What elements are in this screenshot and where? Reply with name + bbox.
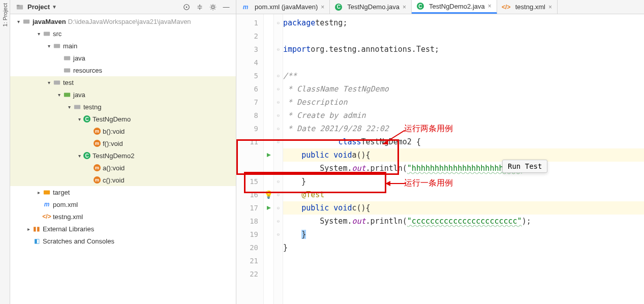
fold-cell: ⊖ — [277, 175, 280, 188]
code-line[interactable]: class TestNgDemo2 { — [283, 135, 644, 148]
tree-item-label: a():void — [103, 164, 125, 172]
run-gutter[interactable]: 💡 — [264, 14, 274, 304]
project-selector-label: Project — [27, 3, 50, 11]
run-icon-cell[interactable] — [264, 201, 273, 215]
close-icon[interactable]: × — [321, 4, 324, 11]
code-line[interactable]: * Date 2021/9/28 22:02 — [283, 122, 644, 135]
fold-cell: ⊖ — [277, 69, 280, 82]
tree-item-label: java — [73, 91, 85, 99]
code-line[interactable]: } — [283, 175, 644, 188]
code-line[interactable]: public void a(){ — [283, 148, 644, 162]
tree-item[interactable]: ◧Scratches and Consoles — [10, 235, 236, 247]
scratch-icon: ◧ — [33, 237, 41, 245]
code-line[interactable]: public void c(){ — [283, 201, 644, 215]
chevron-down-icon[interactable]: ▾ — [46, 43, 52, 49]
tree-item[interactable]: </>testng.xml — [10, 210, 236, 223]
tree-item[interactable]: mpom.xml — [10, 198, 236, 210]
chevron-down-icon[interactable]: ▾ — [36, 31, 42, 37]
hide-icon[interactable]: — — [222, 3, 231, 12]
svg-rect-8 — [64, 56, 70, 60]
tree-item[interactable]: resources — [10, 64, 236, 76]
project-selector[interactable]: Project ▼ — [13, 2, 60, 12]
code-line[interactable]: import org.testng.annotations.Test; — [283, 43, 644, 56]
tree-item[interactable]: ▸target — [10, 186, 236, 198]
tree-item[interactable]: mb():void — [10, 125, 236, 137]
close-icon[interactable]: × — [548, 4, 552, 11]
run-icon-cell — [264, 56, 273, 69]
line-number: 2 — [254, 29, 263, 43]
code-line[interactable]: } — [283, 228, 644, 241]
code-line[interactable]: } — [283, 241, 644, 254]
maven-icon: m — [241, 3, 250, 11]
code-line[interactable] — [283, 56, 644, 69]
close-icon[interactable]: × — [403, 4, 406, 11]
tree-item[interactable]: java — [10, 52, 236, 64]
editor-area: mpom.xml (javaMaven)×CTestNgDemo.java×CT… — [236, 0, 644, 304]
chevron-down-icon[interactable]: ▾ — [76, 116, 82, 122]
code-line[interactable]: /** — [283, 69, 644, 82]
run-icon-cell — [264, 43, 273, 56]
chevron-right-icon[interactable]: ▸ — [25, 226, 32, 232]
run-icon-cell[interactable] — [264, 148, 273, 162]
folder-icon — [43, 188, 51, 196]
chevron-down-icon[interactable]: ▾ — [46, 79, 52, 85]
tab-label: testng.xml — [515, 3, 545, 11]
tree-item-label: External Libraries — [43, 225, 94, 233]
editor-tab[interactable]: </>testng.xml× — [497, 0, 558, 14]
fold-gutter[interactable]: ⊖⊖⊖⊖⊖⊖⊖⊖⊖⊖⊖⊖⊖ — [274, 14, 283, 304]
project-tree[interactable]: ▾javaMavenD:\ideaJavaWorkspace\java21\ja… — [10, 14, 236, 304]
code-line[interactable]: * Create by admin — [283, 109, 644, 122]
tree-item[interactable]: ▸▮▮External Libraries — [10, 223, 236, 235]
method-icon: m — [94, 128, 101, 135]
close-icon[interactable]: × — [488, 3, 492, 10]
editor-tab[interactable]: CTestNgDemo.java× — [330, 0, 412, 14]
run-test-popup[interactable]: Run Test — [502, 160, 547, 173]
chevron-down-icon[interactable]: ▾ — [56, 92, 62, 98]
run-icon-cell — [264, 82, 273, 96]
editor-tabs: mpom.xml (javaMaven)×CTestNgDemo.java×CT… — [236, 0, 644, 14]
tree-item-label: testng — [83, 103, 101, 111]
tree-item[interactable]: ma():void — [10, 162, 236, 174]
folder-icon — [73, 103, 81, 111]
tree-item[interactable]: ▾CTestNgDemo — [10, 113, 236, 125]
tree-root[interactable]: ▾javaMavenD:\ideaJavaWorkspace\java21\ja… — [10, 15, 236, 27]
code-content[interactable]: package testng;import org.testng.annotat… — [283, 14, 644, 304]
code-line[interactable]: System.out.println("cccccccccccccccccccc… — [283, 215, 644, 228]
run-icon-cell — [264, 96, 273, 109]
tree-item[interactable]: ▾testng — [10, 101, 236, 113]
vertical-tab-project[interactable]: 1: Project — [1, 0, 9, 29]
code-line[interactable]: * Description — [283, 96, 644, 109]
tree-item[interactable]: ▾java — [10, 88, 236, 101]
chevron-right-icon[interactable]: ▸ — [36, 189, 42, 195]
tree-item[interactable]: ▾src — [10, 27, 236, 40]
chevron-down-icon: ▼ — [52, 4, 57, 10]
expand-all-icon[interactable] — [195, 3, 204, 12]
code-line[interactable]: @Test — [283, 188, 644, 201]
tree-item[interactable]: ▾test — [10, 76, 236, 88]
editor-tab[interactable]: mpom.xml (javaMaven)× — [236, 0, 330, 14]
tree-item[interactable]: ▾CTestNgDemo2 — [10, 149, 236, 162]
code-line[interactable]: System.out.println("hhhhhhhhhhhhhhhhhhhh… — [283, 162, 644, 175]
chevron-down-icon[interactable]: ▾ — [66, 104, 72, 110]
code-line[interactable] — [283, 29, 644, 43]
run-icon — [266, 153, 271, 158]
code-line[interactable] — [283, 254, 644, 267]
tree-item[interactable]: mc():void — [10, 174, 236, 186]
line-number: 6 — [254, 82, 263, 96]
editor-tab[interactable]: CTestNgDemo2.java× — [412, 0, 497, 14]
code-editor[interactable]: 123456789111516171819202122 💡 ⊖⊖⊖⊖⊖⊖⊖⊖⊖⊖… — [236, 14, 644, 304]
tree-item[interactable]: mf():void — [10, 137, 236, 149]
line-number: 16 — [250, 188, 263, 201]
locate-icon[interactable] — [182, 3, 191, 12]
fold-cell: ⊖ — [277, 109, 280, 122]
settings-icon[interactable] — [208, 3, 218, 12]
tree-item[interactable]: ▾main — [10, 40, 236, 52]
code-line[interactable] — [283, 267, 644, 281]
svg-marker-15 — [267, 206, 271, 210]
code-line[interactable]: * ClassName TestNgDemo — [283, 82, 644, 96]
fold-cell: ⊖ — [277, 122, 280, 135]
run-icon-cell — [264, 29, 273, 43]
tree-item-label: resources — [73, 67, 102, 74]
code-line[interactable]: package testng; — [283, 16, 644, 29]
chevron-down-icon[interactable]: ▾ — [76, 153, 82, 159]
